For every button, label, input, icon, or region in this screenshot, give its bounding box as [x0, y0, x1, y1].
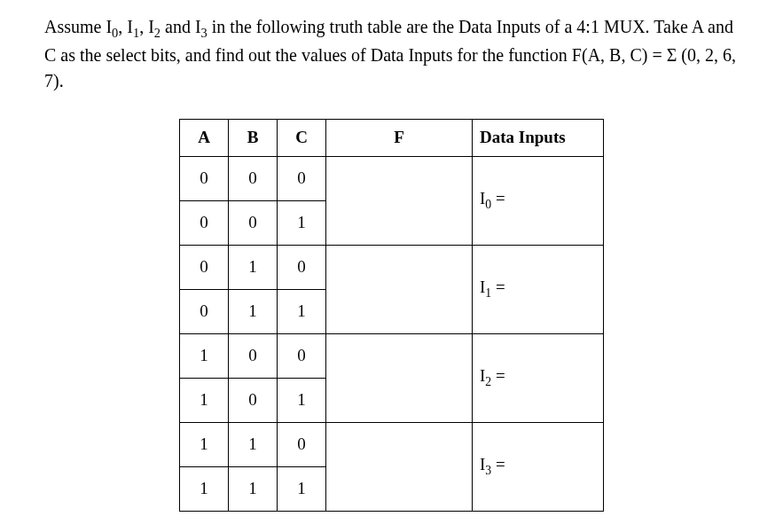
header-a: A — [180, 119, 229, 156]
cell-c: 1 — [278, 466, 326, 511]
text-part: , I — [139, 17, 154, 36]
text-part: Assume I — [44, 17, 112, 36]
cell-b: 1 — [229, 422, 278, 466]
cell-f — [326, 156, 473, 245]
cell-b: 0 — [229, 156, 278, 200]
cell-c: 0 — [278, 422, 326, 466]
cell-data-input-2: I2 = — [473, 333, 604, 422]
cell-data-input-1: I1 = — [473, 245, 604, 333]
cell-c: 1 — [278, 289, 326, 333]
header-b: B — [229, 119, 278, 156]
cell-f — [326, 422, 473, 511]
cell-f — [326, 333, 473, 422]
di-suffix: = — [491, 455, 505, 473]
cell-b: 0 — [229, 200, 278, 245]
cell-data-input-3: I3 = — [473, 422, 604, 511]
di-suffix: = — [491, 189, 505, 207]
table-row: 1 1 0 I3 = — [180, 422, 604, 466]
header-row: A B C F Data Inputs — [180, 119, 604, 156]
truth-table-container: A B C F Data Inputs 0 0 0 I0 = 0 0 1 — [44, 119, 739, 512]
cell-b: 1 — [229, 289, 278, 333]
subscript: 2 — [154, 26, 161, 40]
cell-b: 0 — [229, 333, 278, 378]
header-f: F — [326, 119, 473, 156]
truth-table: A B C F Data Inputs 0 0 0 I0 = 0 0 1 — [179, 119, 604, 512]
cell-c: 0 — [278, 245, 326, 289]
table-row: 0 0 0 I0 = — [180, 156, 604, 200]
subscript: 3 — [201, 26, 207, 40]
cell-a: 1 — [180, 466, 229, 511]
cell-a: 0 — [180, 245, 229, 289]
cell-a: 1 — [180, 422, 229, 466]
cell-c: 1 — [278, 378, 326, 422]
cell-c: 1 — [278, 200, 326, 245]
cell-data-input-0: I0 = — [473, 156, 604, 245]
cell-a: 0 — [180, 200, 229, 245]
text-part: , I — [118, 17, 133, 36]
di-suffix: = — [491, 366, 505, 385]
cell-f — [326, 245, 473, 333]
di-suffix: = — [491, 278, 505, 296]
text-part: and I — [161, 17, 201, 36]
table-row: 1 0 0 I2 = — [180, 333, 604, 378]
cell-a: 0 — [180, 289, 229, 333]
cell-c: 0 — [278, 156, 326, 200]
header-data-inputs: Data Inputs — [473, 119, 604, 156]
problem-statement: Assume I0, I1, I2 and I3 in the followin… — [44, 14, 739, 94]
header-c: C — [278, 119, 326, 156]
cell-b: 1 — [229, 466, 278, 511]
cell-b: 1 — [229, 245, 278, 289]
cell-a: 1 — [180, 333, 229, 378]
cell-a: 1 — [180, 378, 229, 422]
cell-a: 0 — [180, 156, 229, 200]
table-row: 0 1 0 I1 = — [180, 245, 604, 289]
cell-b: 0 — [229, 378, 278, 422]
cell-c: 0 — [278, 333, 326, 378]
